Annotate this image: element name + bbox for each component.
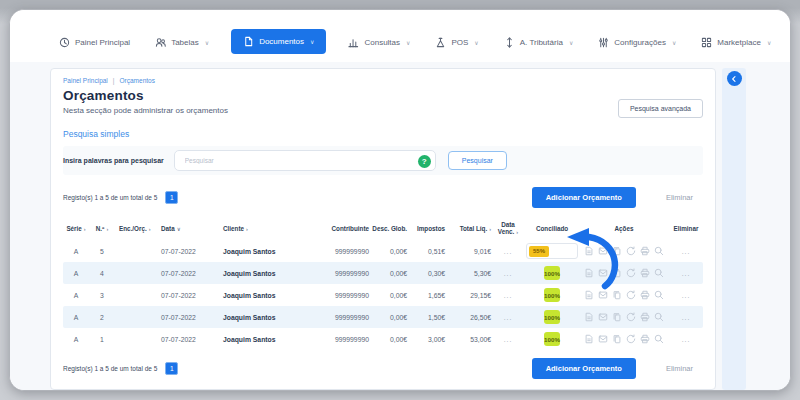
magnifier-icon[interactable] (654, 312, 664, 322)
printer-icon[interactable] (640, 334, 650, 344)
nav-item-configuracoes[interactable]: Configurações ∨ (595, 31, 679, 54)
delete-selected-label[interactable]: Eliminar (666, 364, 693, 373)
conciliado-100-badge: 100% (544, 266, 560, 280)
row-more-menu[interactable]: ... (669, 336, 703, 343)
tax-icon (504, 37, 515, 48)
refresh-icon[interactable] (626, 290, 636, 300)
cell-serie: A (63, 248, 89, 255)
copy-icon[interactable] (612, 290, 622, 300)
cell-data-venc: ... (491, 314, 525, 321)
chevron-down-icon: ∨ (310, 38, 314, 45)
file-text-icon[interactable] (584, 290, 594, 300)
content-area: Painel Principal | Orçamentos Orçamentos… (10, 62, 790, 390)
cell-acoes (579, 312, 669, 322)
pagination-page-1[interactable]: 1 (165, 191, 178, 204)
header-data[interactable]: Data∨ (161, 225, 223, 232)
envelope-icon[interactable] (598, 290, 608, 300)
header-cliente[interactable]: Cliente› (223, 225, 313, 232)
nav-item-consultas[interactable]: Consultas ∨ (345, 31, 413, 54)
refresh-icon[interactable] (626, 334, 636, 344)
advanced-search-button[interactable]: Pesquisa avançada (618, 99, 703, 118)
pagination-page-1[interactable]: 1 (165, 362, 178, 375)
cell-data-venc: ... (491, 248, 525, 255)
sort-icon: › (106, 226, 108, 232)
row-more-menu[interactable]: ... (669, 292, 703, 299)
magnifier-icon[interactable] (654, 246, 664, 256)
document-icon (243, 36, 254, 47)
copy-icon[interactable] (612, 334, 622, 344)
collapse-panel-button[interactable] (727, 71, 742, 86)
help-icon[interactable]: ? (418, 155, 431, 168)
header-conciliado[interactable]: Conciliado (525, 225, 579, 232)
cell-desc-glob: 0,00€ (369, 314, 407, 321)
refresh-icon[interactable] (626, 246, 636, 256)
table-row: A 2 07-07-2022 Joaquim Santos 999999990 … (63, 306, 703, 328)
header-enc-orc[interactable]: Enc./Orç.› (115, 225, 161, 232)
breadcrumb-link-orcamentos[interactable]: Orçamentos (120, 77, 155, 84)
copy-icon[interactable] (612, 246, 622, 256)
printer-icon[interactable] (640, 246, 650, 256)
header-total-liq[interactable]: Total Líq.› (445, 225, 491, 232)
nav-item-documentos[interactable]: Documentos ∨ (231, 29, 326, 54)
header-serie[interactable]: Série› (63, 225, 89, 232)
envelope-icon[interactable] (598, 312, 608, 322)
table-header-row: Série› N.º› Enc./Orç.› Data∨ Cliente› Co… (63, 218, 703, 240)
file-text-icon[interactable] (584, 268, 594, 278)
copy-icon[interactable] (612, 268, 622, 278)
cell-contribuinte: 999999990 (313, 270, 369, 277)
envelope-icon[interactable] (598, 268, 608, 278)
add-orcamento-button[interactable]: Adicionar Orçamento (532, 358, 636, 379)
orcamentos-table: Série› N.º› Enc./Orç.› Data∨ Cliente› Co… (63, 218, 703, 350)
file-text-icon[interactable] (584, 334, 594, 344)
refresh-icon[interactable] (626, 268, 636, 278)
row-more-menu[interactable]: ... (669, 314, 703, 321)
records-summary: Registo(s) 1 a 5 de um total de 5 (63, 194, 157, 201)
cell-conciliado: 100% (525, 270, 579, 277)
table-row: A 4 07-07-2022 Joaquim Santos 999999990 … (63, 262, 703, 284)
cell-conciliado: 100% (525, 336, 579, 343)
nav-item-tabelas[interactable]: Tabelas ∨ (152, 31, 212, 54)
header-num[interactable]: N.º› (89, 225, 115, 232)
cell-data: 07-07-2022 (161, 270, 223, 277)
nav-label: Painel Principal (75, 38, 130, 47)
breadcrumb-link-painel-principal[interactable]: Painel Principal (63, 77, 108, 84)
nav-item-painel-principal[interactable]: Painel Principal (56, 31, 133, 54)
cell-cliente: Joaquim Santos (223, 248, 313, 255)
cell-serie: A (63, 336, 89, 343)
printer-icon[interactable] (640, 268, 650, 278)
add-orcamento-button[interactable]: Adicionar Orçamento (532, 187, 636, 208)
row-more-menu[interactable]: ... (669, 248, 703, 255)
row-more-menu[interactable]: ... (669, 270, 703, 277)
copy-icon[interactable] (612, 312, 622, 322)
page-subtitle: Nesta secção pode administrar os orçamen… (63, 106, 703, 115)
conciliado-55-badge: 55% (529, 246, 549, 257)
file-text-icon[interactable] (584, 246, 594, 256)
envelope-icon[interactable] (598, 246, 608, 256)
cell-contribuinte: 999999990 (313, 314, 369, 321)
magnifier-icon[interactable] (654, 268, 664, 278)
page-title: Orçamentos (63, 88, 703, 103)
delete-selected-label[interactable]: Eliminar (666, 193, 693, 202)
cell-cliente: Joaquim Santos (223, 336, 313, 343)
nav-item-pos[interactable]: POS ∨ (432, 31, 481, 54)
printer-icon[interactable] (640, 312, 650, 322)
cell-desc-glob: 0,00€ (369, 292, 407, 299)
cell-desc-glob: 0,00€ (369, 248, 407, 255)
magnifier-icon[interactable] (654, 290, 664, 300)
file-text-icon[interactable] (584, 312, 594, 322)
nav-item-a-tributaria[interactable]: A. Tributária ∨ (501, 31, 577, 54)
printer-icon[interactable] (640, 290, 650, 300)
nav-item-marketplace[interactable]: Marketplace ∨ (698, 31, 774, 54)
search-input[interactable] (183, 156, 413, 165)
refresh-icon[interactable] (626, 312, 636, 322)
magnifier-icon[interactable] (654, 334, 664, 344)
cell-data-venc: ... (491, 292, 525, 299)
header-data-venc[interactable]: Data Venc.› (491, 221, 525, 235)
cell-impostos: 0,30€ (407, 270, 445, 277)
conciliado-55-badge-box[interactable]: 55% (526, 243, 578, 259)
search-button[interactable]: Pesquisar (448, 151, 507, 170)
envelope-icon[interactable] (598, 334, 608, 344)
nav-label: Marketplace (717, 38, 761, 47)
grid-icon (701, 37, 712, 48)
cell-total-liq: 26,50€ (445, 314, 491, 321)
